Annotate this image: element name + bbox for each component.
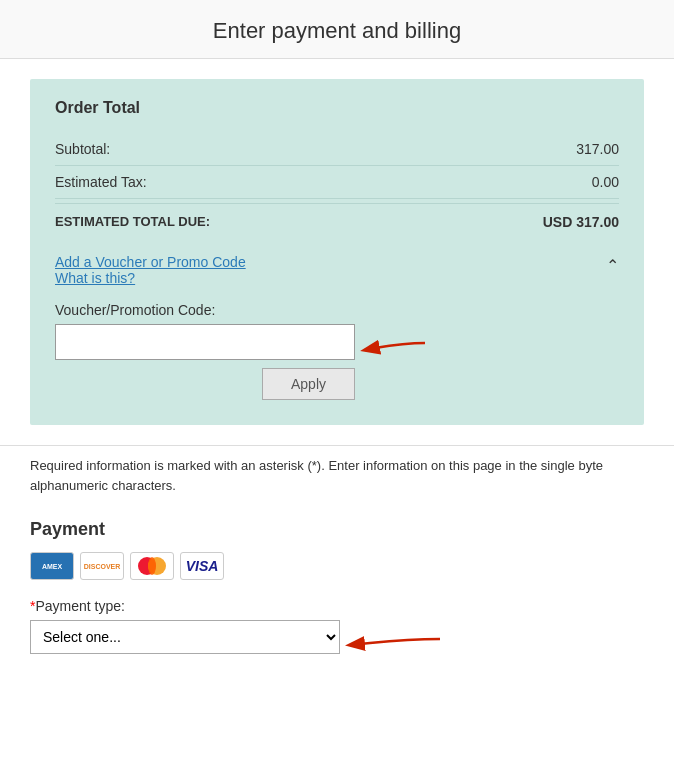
red-arrow-voucher-icon: [355, 328, 425, 358]
voucher-code-input[interactable]: [55, 324, 355, 360]
chevron-up-icon: ⌃: [606, 256, 619, 275]
info-text: Required information is marked with an a…: [30, 458, 603, 493]
tax-label: Estimated Tax:: [55, 174, 147, 190]
subtotal-value: 317.00: [576, 141, 619, 157]
add-voucher-link[interactable]: Add a Voucher or Promo Code: [55, 254, 246, 270]
voucher-input-wrap: [55, 324, 355, 360]
page-header: Enter payment and billing: [0, 0, 674, 59]
subtotal-label: Subtotal:: [55, 141, 110, 157]
subtotal-row: Subtotal: 317.00: [55, 133, 619, 166]
discover-card-icon: DISCOVER: [80, 552, 124, 580]
order-total-section: Order Total Subtotal: 317.00 Estimated T…: [30, 79, 644, 425]
voucher-form: Voucher/Promotion Code: Apply: [55, 302, 619, 400]
payment-section: Payment AMEX DISCOVER VISA *Payment type…: [0, 505, 674, 674]
estimated-total-value: USD 317.00: [543, 214, 619, 230]
payment-title: Payment: [30, 519, 644, 540]
payment-type-text: Payment type:: [35, 598, 125, 614]
apply-button-wrap: Apply: [55, 368, 355, 400]
payment-type-select[interactable]: Select one... Credit Card Debit Card Pay…: [30, 620, 340, 654]
tax-row: Estimated Tax: 0.00: [55, 166, 619, 199]
voucher-links: Add a Voucher or Promo Code What is this…: [55, 254, 246, 286]
what-is-this-link[interactable]: What is this?: [55, 270, 246, 286]
estimated-total-row: ESTIMATED TOTAL DUE: USD 317.00: [55, 203, 619, 240]
svg-point-2: [148, 557, 156, 575]
payment-type-label: *Payment type:: [30, 598, 644, 614]
voucher-link-row: Add a Voucher or Promo Code What is this…: [55, 254, 619, 286]
estimated-total-label: ESTIMATED TOTAL DUE:: [55, 214, 210, 230]
red-arrow-select-icon: [340, 625, 440, 653]
amex-card-icon: AMEX: [30, 552, 74, 580]
card-icons-row: AMEX DISCOVER VISA: [30, 552, 644, 580]
visa-card-icon: VISA: [180, 552, 224, 580]
payment-select-container: Select one... Credit Card Debit Card Pay…: [30, 620, 340, 654]
tax-value: 0.00: [592, 174, 619, 190]
voucher-field-label: Voucher/Promotion Code:: [55, 302, 619, 318]
apply-button[interactable]: Apply: [262, 368, 355, 400]
mastercard-card-icon: [130, 552, 174, 580]
info-bar: Required information is marked with an a…: [0, 445, 674, 505]
page-title: Enter payment and billing: [10, 18, 664, 44]
payment-type-row: *Payment type: Select one... Credit Card…: [30, 598, 644, 654]
order-section-title: Order Total: [55, 99, 619, 117]
